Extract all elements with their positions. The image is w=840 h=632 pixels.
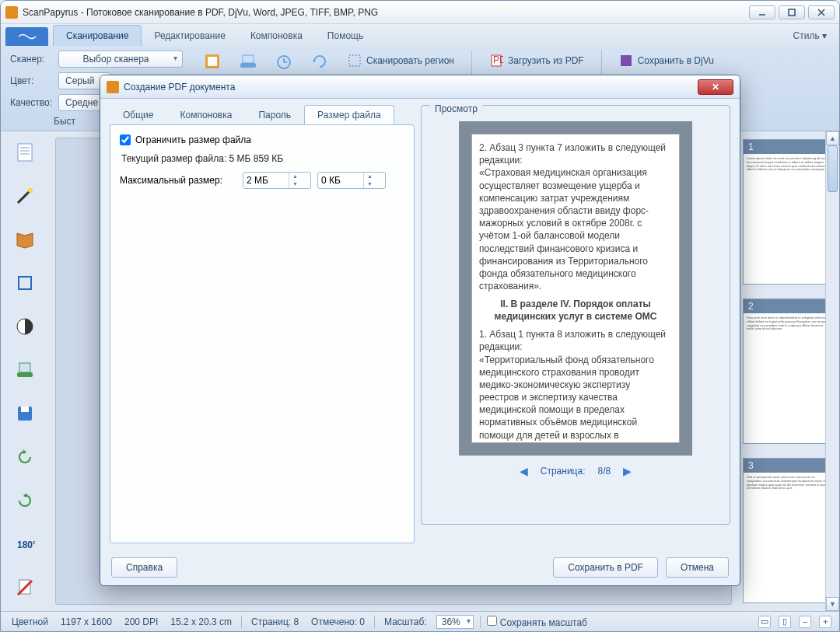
zoom-out-icon[interactable]: − xyxy=(799,616,811,628)
scanner-device-icon[interactable] xyxy=(237,51,259,72)
dialog-tabs: Общие Компоновка Пароль Размер файла xyxy=(110,105,415,125)
zoom-in-icon[interactable]: ＋ xyxy=(819,616,831,628)
page-info-icon[interactable] xyxy=(13,141,37,164)
rotate-left-icon[interactable] xyxy=(13,445,37,469)
window-buttons xyxy=(749,5,835,19)
max-kb-spinner[interactable]: ▲▼ xyxy=(317,172,386,189)
rotate-180-icon[interactable]: 180° xyxy=(13,532,37,556)
tab-password[interactable]: Пароль xyxy=(245,105,304,125)
svg-point-21 xyxy=(28,188,33,193)
svg-rect-16 xyxy=(18,144,32,161)
toolbar-icons xyxy=(201,51,331,72)
status-dims: 1197 x 1600 xyxy=(58,616,115,627)
dialog-title: Создание PDF документа xyxy=(124,82,698,93)
dialog-icon xyxy=(107,81,119,93)
tab-edit[interactable]: Редактирование xyxy=(142,26,237,46)
page-label: Страница: xyxy=(541,466,586,477)
scroll-up-icon[interactable]: ▲ xyxy=(826,131,839,145)
delete-page-icon[interactable] xyxy=(13,576,37,599)
side-toolbar: 180° xyxy=(1,131,49,611)
max-kb-input[interactable] xyxy=(318,173,363,187)
max-mb-input[interactable] xyxy=(243,173,289,187)
tab-filesize[interactable]: Размер файла xyxy=(304,105,394,125)
book-icon[interactable] xyxy=(13,228,37,251)
zoom-combo[interactable]: 36% xyxy=(436,615,474,629)
dialog-titlebar: Создание PDF документа ✕ xyxy=(100,75,740,99)
scan-icon[interactable] xyxy=(201,51,223,72)
dialog-left: Общие Компоновка Пароль Размер файла Огр… xyxy=(110,105,415,543)
thumb-header: 3 xyxy=(744,459,834,473)
thumbnail[interactable]: 2 Duis aute irure dolor in reprehenderit… xyxy=(743,299,835,444)
close-button[interactable] xyxy=(808,5,835,19)
svg-rect-5 xyxy=(208,57,217,66)
style-dropdown[interactable]: Стиль ▾ xyxy=(781,26,839,46)
scan-region-action[interactable]: Сканировать регион xyxy=(341,51,460,71)
preview-box: 2. Абзац 3 пункта 7 изложить в следующей… xyxy=(421,105,730,525)
next-page-icon[interactable]: ▶ xyxy=(623,465,632,477)
tab-layout[interactable]: Компоновка xyxy=(166,105,245,125)
maximize-button[interactable] xyxy=(779,5,805,19)
contrast-icon[interactable] xyxy=(13,315,37,338)
svg-rect-25 xyxy=(19,363,30,372)
scroll-handle[interactable] xyxy=(828,145,838,192)
statusbar: Цветной 1197 x 1600 200 DPI 15.2 x 20.3 … xyxy=(1,611,839,631)
prev-page-icon[interactable]: ◀ xyxy=(520,465,528,477)
limit-size-checkbox[interactable] xyxy=(120,134,131,145)
tab-layout[interactable]: Компоновка xyxy=(238,26,315,46)
svg-text:PDF: PDF xyxy=(493,54,503,65)
spinner-up-icon[interactable]: ▲ xyxy=(364,173,376,180)
dialog-right: Просмотр 2. Абзац 3 пункта 7 изложить в … xyxy=(421,105,730,543)
cancel-button[interactable]: Отмена xyxy=(666,557,729,578)
tab-general[interactable]: Общие xyxy=(110,105,166,125)
spinner-up-icon[interactable]: ▲ xyxy=(289,173,301,180)
scanner-label: Сканер: xyxy=(10,54,54,65)
status-pages: Страниц: 8 xyxy=(248,616,302,627)
spinner-down-icon[interactable]: ▼ xyxy=(364,180,376,188)
thumb-header: 2 xyxy=(744,299,834,313)
save-djvu-action[interactable]: Сохранить в DjVu xyxy=(613,51,720,71)
thumbnail-scrollbar[interactable]: ▲ ▼ xyxy=(825,131,839,611)
preview-nav: ◀ Страница: 8/8 ▶ xyxy=(520,465,632,477)
fit-width-icon[interactable]: ▭ xyxy=(758,616,771,628)
svg-marker-29 xyxy=(23,493,26,498)
svg-rect-7 xyxy=(243,55,254,63)
timer-scan-icon[interactable] xyxy=(273,51,295,72)
dialog-close-button[interactable]: ✕ xyxy=(698,79,733,95)
max-mb-spinner[interactable]: ▲▼ xyxy=(243,172,311,189)
keep-zoom-checkbox[interactable]: Сохранять масштаб xyxy=(487,616,587,628)
status-size: 15.2 x 20.3 cm xyxy=(167,616,235,627)
app-icon xyxy=(5,6,18,19)
thumbnail[interactable]: 1 Lorem ipsum dolor sit amet consectetur… xyxy=(743,139,835,285)
help-button[interactable]: Справка xyxy=(111,557,177,578)
ribbon-tabs: Сканирование Редактирование Компоновка П… xyxy=(1,24,839,46)
spinner-down-icon[interactable]: ▼ xyxy=(289,180,301,188)
fit-page-icon[interactable]: ▯ xyxy=(779,616,791,628)
svg-marker-11 xyxy=(313,60,316,63)
thumbnail[interactable]: 3 Sed ut perspiciatis unde omnis iste na… xyxy=(743,458,835,603)
scroll-down-icon[interactable]: ▼ xyxy=(826,597,839,611)
magic-wand-icon[interactable] xyxy=(13,184,37,208)
repeat-scan-icon[interactable] xyxy=(309,51,331,72)
svg-text:180°: 180° xyxy=(17,539,35,550)
fast-label: Быст xyxy=(54,116,97,127)
status-dpi: 200 DPI xyxy=(121,616,161,627)
color-label: Цвет: xyxy=(10,75,54,86)
max-size-label: Максимальный размер: xyxy=(120,175,236,186)
crop-icon[interactable] xyxy=(13,271,37,295)
load-pdf-action[interactable]: PDF Загрузить из PDF xyxy=(483,51,590,71)
save-icon[interactable] xyxy=(13,402,37,425)
pdf-dialog: Создание PDF документа ✕ Общие Компоновк… xyxy=(100,75,740,586)
dialog-footer: Справка Сохранить в PDF Отмена xyxy=(100,550,740,585)
tab-help[interactable]: Помощь xyxy=(315,26,376,46)
rescan-icon[interactable] xyxy=(13,358,37,382)
scanner-combo[interactable]: Выбор сканера xyxy=(58,51,183,68)
app-menu-tab[interactable] xyxy=(5,27,48,46)
status-color: Цветной xyxy=(9,616,51,627)
limit-size-label: Ограничить размер файла xyxy=(135,134,251,145)
svg-rect-27 xyxy=(21,407,29,412)
save-pdf-button[interactable]: Сохранить в PDF xyxy=(553,557,658,578)
rotate-right-icon[interactable] xyxy=(13,489,37,512)
minimize-button[interactable] xyxy=(749,5,775,19)
tab-scan[interactable]: Сканирование xyxy=(53,25,142,46)
preview-page: 2. Абзац 3 пункта 7 изложить в следующей… xyxy=(459,121,692,456)
